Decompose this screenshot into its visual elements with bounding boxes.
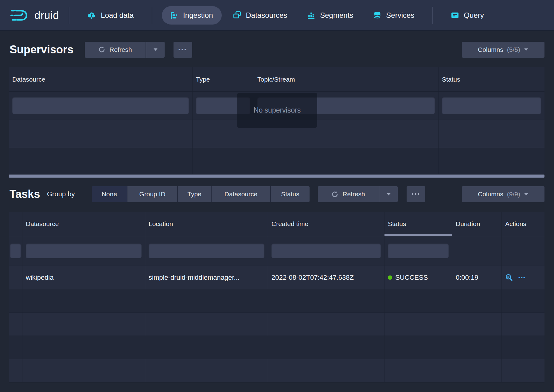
supervisors-table: No supervisors Datasource Type Topic/Str…: [9, 67, 544, 174]
group-by-datasource-button[interactable]: Datasource: [211, 186, 270, 202]
supervisors-empty-message: No supervisors: [237, 93, 317, 128]
tasks-columns-button[interactable]: Columns (9/9): [462, 186, 544, 202]
tasks-filter-row: [9, 236, 544, 266]
narrow-filter-input[interactable]: [10, 244, 21, 258]
refresh-label: Refresh: [109, 46, 132, 53]
column-header-actions[interactable]: Actions: [502, 212, 544, 236]
table-row: [9, 313, 544, 336]
nav-item-segments[interactable]: Segments: [299, 6, 362, 25]
status-filter-input[interactable]: [442, 97, 541, 114]
supervisors-refresh-caret-button[interactable]: [146, 42, 165, 58]
nav-divider: [152, 7, 152, 24]
column-header-blank: [9, 212, 22, 236]
table-row: [9, 359, 544, 382]
tasks-title: Tasks: [10, 188, 47, 201]
group-by-none-button[interactable]: None: [92, 186, 127, 202]
columns-count: (9/9): [507, 190, 520, 198]
column-header-created-time[interactable]: Created time: [268, 212, 384, 236]
more-icon: •••: [412, 191, 420, 198]
group-by-group-id-button[interactable]: Group ID: [127, 186, 177, 202]
row-actions-more-icon[interactable]: •••: [518, 275, 526, 281]
columns-label: Columns: [478, 46, 503, 53]
tasks-table: Datasource Location Created time Status …: [9, 212, 544, 382]
status-text: SUCCESS: [395, 274, 428, 282]
nav-item-label: Ingestion: [183, 11, 213, 20]
supervisors-header-row: Datasource Type Topic/Stream Status: [9, 67, 544, 92]
column-header-type[interactable]: Type: [193, 67, 254, 91]
nav-divider: [432, 7, 433, 24]
services-icon: [373, 11, 381, 19]
refresh-icon: [331, 191, 338, 198]
table-row: [9, 148, 544, 174]
supervisors-refresh-button[interactable]: Refresh: [85, 42, 146, 58]
refresh-label: Refresh: [342, 190, 365, 198]
task-row-wikipedia: wikipedia simple-druid-middlemanager... …: [9, 266, 544, 289]
more-icon: •••: [178, 46, 187, 53]
datasource-filter-input[interactable]: [12, 97, 189, 114]
druid-logo-icon: [10, 8, 30, 22]
status-success-dot-icon: [388, 275, 392, 280]
horizontal-scrollbar[interactable]: [9, 175, 544, 178]
tasks-toolbar: Tasks Group by None Group ID Type Dataso…: [0, 186, 554, 202]
nav-item-datasources[interactable]: Datasources: [225, 6, 296, 25]
tasks-refresh-caret-button[interactable]: [379, 186, 398, 202]
column-header-datasource[interactable]: Datasource: [22, 212, 145, 236]
task-datasource-cell: wikipedia: [22, 266, 145, 289]
nav-item-query[interactable]: Query: [443, 6, 492, 25]
column-header-location[interactable]: Location: [145, 212, 268, 236]
supervisors-more-button[interactable]: •••: [174, 42, 192, 58]
nav-item-label: Datasources: [246, 11, 287, 20]
nav-item-load-data[interactable]: Load data: [79, 6, 142, 25]
nav-item-label: Query: [464, 11, 484, 20]
columns-count: (5/5): [507, 46, 520, 53]
group-by-label: Group by: [47, 190, 81, 198]
location-filter-input[interactable]: [149, 244, 264, 258]
group-by-status-button[interactable]: Status: [270, 186, 310, 202]
group-by-type-button[interactable]: Type: [177, 186, 211, 202]
column-header-topic-stream[interactable]: Topic/Stream: [254, 67, 439, 91]
column-header-status-sorted[interactable]: Status: [384, 212, 452, 236]
tasks-more-button[interactable]: •••: [407, 186, 425, 202]
table-row: [9, 289, 544, 313]
segments-icon: [307, 11, 315, 19]
task-duration-cell: 0:00:19: [452, 266, 502, 289]
chevron-down-icon: [524, 48, 529, 51]
nav-item-label: Services: [386, 11, 414, 20]
table-row: [9, 336, 544, 359]
chevron-down-icon: [524, 193, 529, 196]
datasources-icon: [233, 11, 241, 19]
column-header-status[interactable]: Status: [439, 67, 544, 91]
nav-item-ingestion[interactable]: Ingestion: [162, 6, 221, 25]
nav-item-label: Segments: [320, 11, 353, 20]
chevron-down-icon: [153, 48, 158, 51]
supervisors-columns-button[interactable]: Columns (5/5): [462, 42, 544, 58]
created-time-filter-input[interactable]: [271, 244, 381, 258]
top-nav: druid Load data Ingestion Datasources: [0, 0, 554, 31]
task-status-cell: SUCCESS: [384, 266, 452, 289]
brand-name: druid: [34, 9, 59, 21]
tasks-header-row: Datasource Location Created time Status …: [9, 212, 544, 236]
task-actions-cell: •••: [502, 266, 544, 289]
refresh-icon: [98, 46, 105, 53]
task-created-time-cell: 2022-08-02T07:42:47.638Z: [268, 266, 384, 289]
task-location-cell: simple-druid-middlemanager...: [145, 266, 268, 289]
status-filter-input[interactable]: [388, 244, 449, 258]
columns-label: Columns: [478, 190, 503, 198]
nav-item-label: Load data: [101, 11, 134, 20]
chevron-down-icon: [386, 193, 391, 196]
nav-item-services[interactable]: Services: [365, 6, 423, 25]
column-header-datasource[interactable]: Datasource: [9, 67, 193, 91]
supervisors-toolbar: Supervisors Refresh ••• Columns (5/5): [0, 41, 554, 58]
brand[interactable]: druid: [10, 8, 59, 22]
datasource-filter-input[interactable]: [26, 244, 142, 258]
inspect-magnifier-icon[interactable]: [505, 274, 513, 281]
column-header-duration[interactable]: Duration: [452, 212, 502, 236]
supervisors-title: Supervisors: [10, 43, 85, 56]
group-by-button-group: None Group ID Type Datasource Status: [92, 186, 310, 202]
ingestion-icon: [170, 11, 178, 19]
nav-divider: [69, 7, 69, 24]
tasks-refresh-button[interactable]: Refresh: [318, 186, 379, 202]
query-icon: [451, 11, 459, 19]
cloud-upload-icon: [88, 12, 96, 19]
